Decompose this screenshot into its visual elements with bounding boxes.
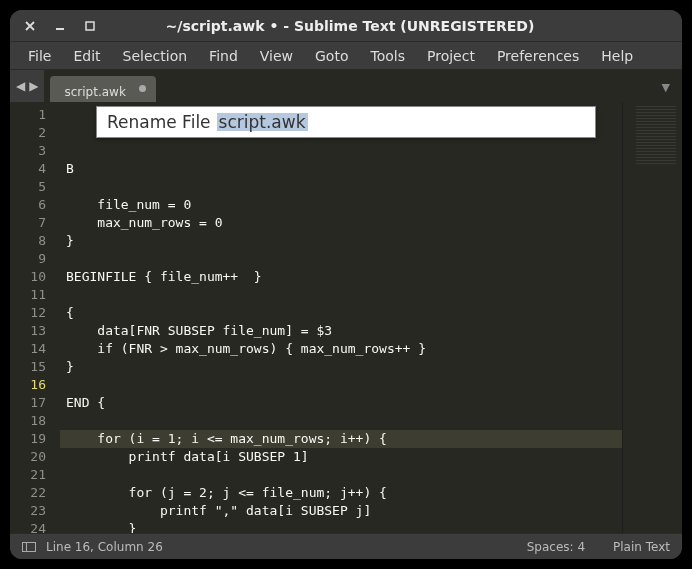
line-number: 9 bbox=[16, 250, 46, 268]
line-number: 20 bbox=[16, 448, 46, 466]
code-line[interactable] bbox=[60, 376, 622, 394]
line-number: 10 bbox=[16, 268, 46, 286]
line-number: 22 bbox=[16, 484, 46, 502]
minimize-icon[interactable] bbox=[54, 20, 66, 32]
panel-toggle-icon[interactable] bbox=[22, 542, 36, 552]
menu-goto[interactable]: Goto bbox=[305, 44, 358, 68]
code-line[interactable] bbox=[60, 412, 622, 430]
svg-rect-0 bbox=[86, 22, 94, 30]
code-line[interactable] bbox=[60, 466, 622, 484]
menu-selection[interactable]: Selection bbox=[113, 44, 198, 68]
menubar: File Edit Selection Find View Goto Tools… bbox=[10, 42, 682, 70]
code-line[interactable]: BEGINFILE { file_num++ } bbox=[60, 268, 622, 286]
line-number: 1 bbox=[16, 106, 46, 124]
line-number: 17 bbox=[16, 394, 46, 412]
rename-file-popup: Rename File script.awk bbox=[96, 106, 596, 138]
editor-area: 1234567891011121314151617181920212223242… bbox=[10, 102, 682, 533]
tab-script[interactable]: script.awk bbox=[50, 76, 155, 102]
line-number: 7 bbox=[16, 214, 46, 232]
code-line[interactable]: printf "," data[i SUBSEP j] bbox=[60, 502, 622, 520]
code-line[interactable]: data[FNR SUBSEP file_num] = $3 bbox=[60, 322, 622, 340]
tab-label: script.awk bbox=[64, 85, 125, 99]
rename-label: Rename File bbox=[107, 113, 211, 131]
nav-forward-icon[interactable]: ▶ bbox=[29, 79, 38, 93]
menu-project[interactable]: Project bbox=[417, 44, 485, 68]
line-number: 4 bbox=[16, 160, 46, 178]
tab-overflow-icon[interactable]: ▼ bbox=[650, 73, 682, 102]
status-syntax[interactable]: Plain Text bbox=[613, 540, 670, 554]
menu-view[interactable]: View bbox=[250, 44, 303, 68]
maximize-icon[interactable] bbox=[84, 20, 96, 32]
menu-tools[interactable]: Tools bbox=[360, 44, 415, 68]
nav-back-icon[interactable]: ◀ bbox=[16, 79, 25, 93]
status-position[interactable]: Line 16, Column 26 bbox=[46, 540, 163, 554]
code-line[interactable]: max_num_rows = 0 bbox=[60, 214, 622, 232]
nav-arrows: ◀ ▶ bbox=[10, 70, 44, 102]
code-line[interactable]: for (i = 1; i <= max_num_rows; i++) { bbox=[60, 430, 622, 448]
line-number: 19 bbox=[16, 430, 46, 448]
menu-preferences[interactable]: Preferences bbox=[487, 44, 589, 68]
code-line[interactable] bbox=[60, 178, 622, 196]
app-window: ~/script.awk • - Sublime Text (UNREGISTE… bbox=[10, 10, 682, 559]
line-number: 14 bbox=[16, 340, 46, 358]
code-line[interactable]: file_num = 0 bbox=[60, 196, 622, 214]
window-title: ~/script.awk • - Sublime Text (UNREGISTE… bbox=[96, 18, 604, 34]
menu-find[interactable]: Find bbox=[199, 44, 248, 68]
status-indent[interactable]: Spaces: 4 bbox=[527, 540, 585, 554]
line-number: 23 bbox=[16, 502, 46, 520]
menu-help[interactable]: Help bbox=[591, 44, 643, 68]
line-number: 24 bbox=[16, 520, 46, 533]
tabbar: ◀ ▶ script.awk ▼ bbox=[10, 70, 682, 102]
code-line[interactable]: END { bbox=[60, 394, 622, 412]
code-line[interactable]: } bbox=[60, 232, 622, 250]
code-line[interactable]: } bbox=[60, 358, 622, 376]
minimap-view bbox=[636, 106, 676, 166]
line-number: 18 bbox=[16, 412, 46, 430]
code-line[interactable]: printf data[i SUBSEP 1] bbox=[60, 448, 622, 466]
line-number: 16 bbox=[16, 376, 46, 394]
menu-file[interactable]: File bbox=[18, 44, 61, 68]
code-line[interactable]: } bbox=[60, 520, 622, 533]
close-icon[interactable] bbox=[24, 20, 36, 32]
line-gutter: 1234567891011121314151617181920212223242… bbox=[10, 102, 60, 533]
line-number: 11 bbox=[16, 286, 46, 304]
line-number: 12 bbox=[16, 304, 46, 322]
rename-input[interactable]: script.awk bbox=[217, 113, 308, 131]
code-line[interactable]: { bbox=[60, 304, 622, 322]
code-line[interactable] bbox=[60, 250, 622, 268]
dirty-indicator-icon bbox=[139, 85, 146, 92]
statusbar: Line 16, Column 26 Spaces: 4 Plain Text bbox=[10, 533, 682, 559]
line-number: 3 bbox=[16, 142, 46, 160]
code-line[interactable]: B bbox=[60, 160, 622, 178]
code-line[interactable]: if (FNR > max_num_rows) { max_num_rows++… bbox=[60, 340, 622, 358]
line-number: 8 bbox=[16, 232, 46, 250]
line-number: 13 bbox=[16, 322, 46, 340]
titlebar: ~/script.awk • - Sublime Text (UNREGISTE… bbox=[10, 10, 682, 42]
code-line[interactable] bbox=[60, 286, 622, 304]
line-number: 15 bbox=[16, 358, 46, 376]
minimap[interactable] bbox=[622, 102, 682, 533]
menu-edit[interactable]: Edit bbox=[63, 44, 110, 68]
window-controls bbox=[18, 20, 96, 32]
line-number: 5 bbox=[16, 178, 46, 196]
code-editor[interactable]: Rename File script.awk B file_num = 0 ma… bbox=[60, 102, 622, 533]
line-number: 6 bbox=[16, 196, 46, 214]
line-number: 21 bbox=[16, 466, 46, 484]
code-line[interactable]: for (j = 2; j <= file_num; j++) { bbox=[60, 484, 622, 502]
line-number: 2 bbox=[16, 124, 46, 142]
